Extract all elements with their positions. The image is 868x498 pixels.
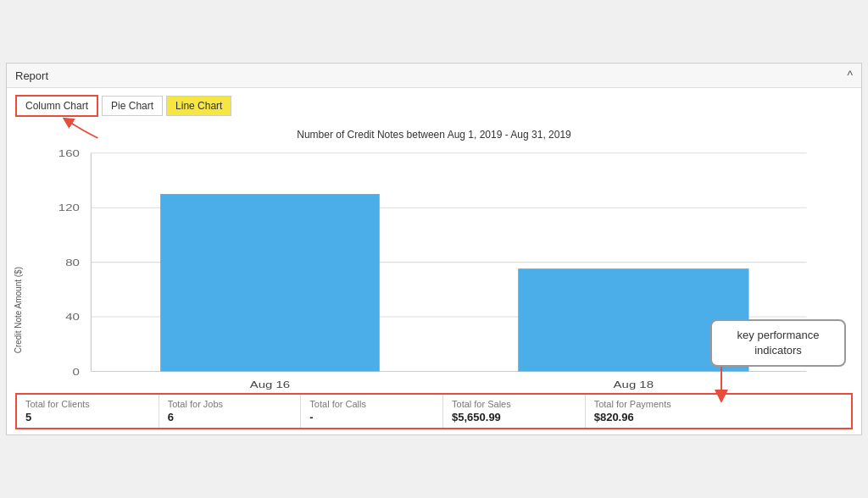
kpi-value-sales: $5,650.99: [452, 411, 576, 423]
chart-title: Number of Credit Notes between Aug 1, 20…: [7, 129, 861, 141]
kpi-label-jobs: Total for Jobs: [168, 399, 292, 409]
kpi-label-payments: Total for Payments: [594, 399, 843, 409]
collapse-button[interactable]: ^: [847, 69, 853, 82]
kpi-cell-payments: Total for Payments $820.96: [586, 395, 851, 428]
svg-text:Aug 18: Aug 18: [614, 379, 654, 390]
kpi-label-sales: Total for Sales: [452, 399, 576, 409]
report-panel: Report ^ Column Chart Pie Chart Line Cha…: [6, 63, 862, 435]
svg-text:Aug 16: Aug 16: [250, 379, 290, 390]
kpi-annotation-text: key performance indicators: [737, 329, 820, 357]
tabs-row: Column Chart Pie Chart Line Chart: [7, 88, 861, 117]
kpi-label-calls: Total for Calls: [309, 399, 434, 409]
kpi-cell-clients: Total for Clients 5: [17, 395, 159, 428]
tab-line-chart[interactable]: Line Chart: [166, 96, 231, 116]
kpi-value-jobs: 6: [168, 411, 292, 423]
kpi-annotation-box: key performance indicators: [710, 319, 846, 367]
kpi-cell-jobs: Total for Jobs 6: [159, 395, 302, 428]
tab-column-chart[interactable]: Column Chart: [15, 95, 98, 117]
kpi-value-payments: $820.96: [594, 411, 843, 423]
kpi-cell-sales: Total for Sales $5,650.99: [443, 395, 586, 428]
panel-header: Report ^: [7, 64, 861, 88]
svg-text:160: 160: [58, 148, 80, 159]
svg-text:120: 120: [58, 202, 80, 213]
kpi-cell-calls: Total for Calls -: [301, 395, 443, 428]
tab-pie-chart[interactable]: Pie Chart: [102, 96, 163, 116]
kpi-value-calls: -: [309, 411, 434, 423]
y-axis-label: Credit Note Amount ($): [14, 267, 23, 353]
kpi-label-clients: Total for Clients: [25, 399, 150, 409]
kpi-row: Total for Clients 5 Total for Jobs 6 Tot…: [15, 393, 853, 429]
svg-text:40: 40: [65, 312, 80, 323]
bar-aug16: [160, 194, 380, 371]
panel-title: Report: [15, 69, 48, 82]
svg-text:80: 80: [65, 257, 80, 268]
kpi-value-clients: 5: [25, 411, 150, 423]
svg-text:0: 0: [73, 366, 80, 377]
